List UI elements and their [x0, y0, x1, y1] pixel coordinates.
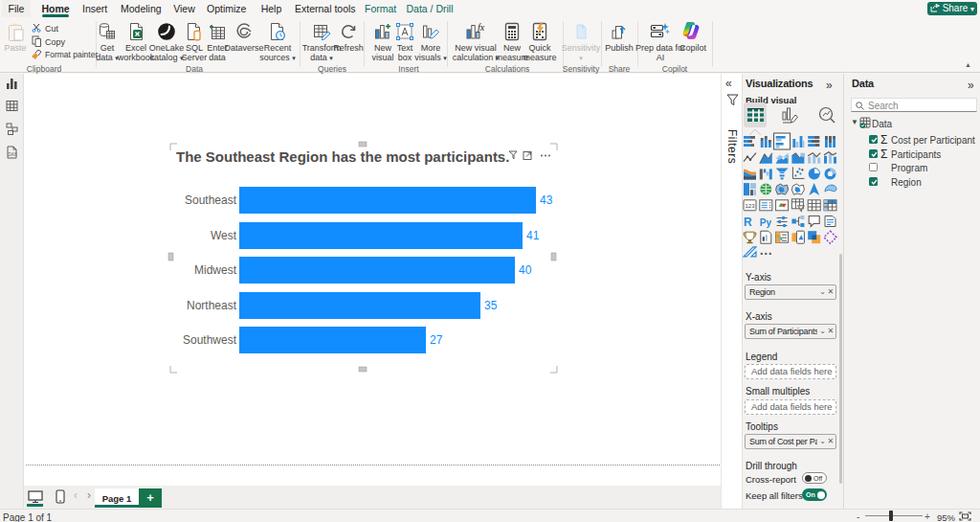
svg-text:Py: Py	[760, 217, 772, 228]
svg-text:123: 123	[746, 203, 756, 209]
svg-text:DAX: DAX	[9, 152, 17, 157]
svg-text:🗽: 🗽	[777, 234, 785, 241]
svg-text:R: R	[744, 216, 752, 229]
svg-text:fx: fx	[478, 22, 485, 33]
